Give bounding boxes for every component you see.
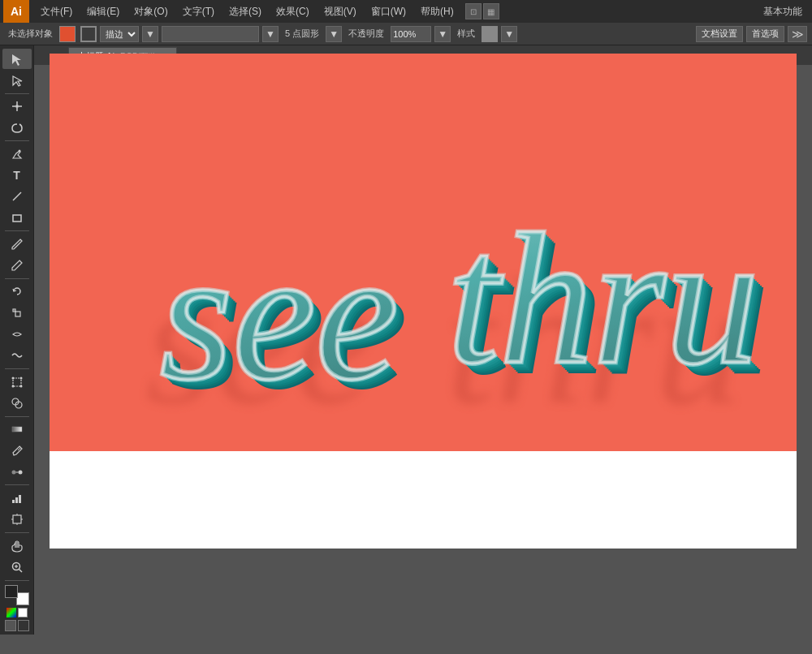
fill-swatch[interactable] [5, 585, 18, 598]
menu-bar: Ai 文件(F) 编辑(E) 对象(O) 文字(T) 选择(S) 效果(C) 视… [0, 0, 812, 23]
color-swatch-area [5, 585, 29, 605]
eyedropper-tool[interactable] [2, 441, 32, 461]
canvas-white-section [50, 451, 797, 549]
svg-point-5 [18, 149, 20, 152]
screen-selector[interactable]: ▦ [483, 3, 499, 19]
zoom-tool[interactable] [2, 557, 32, 577]
fullscreen-btn[interactable] [18, 620, 29, 631]
prefs-btn[interactable]: 首选项 [746, 26, 784, 42]
canvas-background: see thru see see see see see see [50, 54, 797, 451]
no-color-btn[interactable] [18, 608, 28, 617]
svg-line-6 [13, 192, 21, 200]
svg-point-20 [11, 470, 15, 474]
artboard: see thru see see see see see see [50, 54, 797, 549]
style-dropdown[interactable]: ▼ [501, 26, 517, 42]
svg-line-19 [18, 448, 20, 450]
artboard-tool[interactable] [2, 510, 32, 530]
selection-label: 未选择对象 [5, 28, 56, 40]
artwork-svg: see thru see see see see see see [50, 54, 797, 451]
svg-rect-26 [13, 515, 21, 523]
color-mode-btn[interactable] [6, 608, 16, 617]
brush-selector[interactable]: 描边 [100, 26, 139, 42]
text-tool[interactable]: T [2, 165, 32, 185]
control-bar: 未选择对象 描边 ▼ ▼ 5 点圆形 ▼ 不透明度 ▼ 样式 ▼ 文档设置 首选… [0, 23, 812, 45]
brush-type-btn[interactable]: ▼ [326, 26, 342, 42]
brush-type-dropdown[interactable]: ▼ [262, 26, 279, 42]
chart-tool[interactable] [2, 488, 32, 508]
menu-view[interactable]: 视图(V) [317, 3, 363, 20]
standard-screen-btn[interactable] [5, 620, 16, 631]
direct-selection-tool[interactable] [2, 70, 32, 90]
mode-selector[interactable]: ⊡ [465, 3, 482, 19]
brush-input[interactable] [162, 26, 259, 42]
scale-tool[interactable] [2, 303, 32, 323]
menu-select[interactable]: 选择(S) [222, 3, 268, 20]
lasso-tool[interactable] [2, 118, 32, 138]
svg-rect-8 [15, 312, 20, 316]
opacity-input[interactable] [391, 26, 431, 42]
color-mode-buttons [6, 608, 28, 617]
shape-tool[interactable] [2, 208, 32, 228]
svg-rect-11 [13, 378, 21, 386]
opacity-dropdown[interactable]: ▼ [434, 26, 451, 42]
svg-rect-25 [19, 495, 21, 503]
svg-point-14 [11, 385, 14, 387]
brush-options[interactable]: ▼ [142, 26, 158, 42]
menu-edit[interactable]: 编辑(E) [80, 3, 126, 20]
svg-point-21 [18, 470, 22, 474]
view-mode-buttons [5, 620, 29, 631]
left-toolbar: T [0, 45, 34, 635]
opacity-label: 不透明度 [345, 28, 387, 40]
canvas-area[interactable]: 未标题-1* RGB/预览 ✕ [34, 45, 812, 635]
style-box[interactable] [482, 26, 498, 42]
svg-text:see: see [160, 212, 399, 419]
gradient-tool[interactable] [2, 420, 32, 440]
svg-rect-24 [15, 497, 18, 503]
menu-file[interactable]: 文件(F) [34, 3, 79, 20]
svg-point-13 [19, 376, 22, 379]
app-logo: Ai [3, 0, 29, 23]
svg-rect-18 [12, 427, 22, 432]
hand-tool[interactable] [2, 536, 32, 556]
more-btn[interactable]: ≫ [788, 26, 807, 42]
svg-point-12 [11, 376, 14, 379]
menu-window[interactable]: 窗口(W) [365, 3, 412, 20]
menu-type[interactable]: 文字(T) [176, 3, 221, 20]
pen-tool[interactable] [2, 144, 32, 164]
svg-rect-7 [13, 215, 21, 222]
rotate-tool[interactable] [2, 282, 32, 302]
svg-point-4 [15, 105, 19, 108]
svg-line-32 [19, 569, 22, 572]
stroke-color-box[interactable] [80, 26, 97, 42]
workspace-label: 基本功能 [757, 3, 809, 20]
blend-tool[interactable] [2, 462, 32, 482]
paintbrush-tool[interactable] [2, 234, 32, 254]
menu-help[interactable]: 帮助(H) [414, 3, 460, 20]
menu-object[interactable]: 对象(O) [127, 3, 174, 20]
magic-wand-tool[interactable] [2, 97, 32, 117]
svg-text:thru: thru [447, 196, 758, 402]
svg-point-15 [19, 385, 22, 387]
width-tool[interactable] [2, 324, 32, 344]
free-transform-tool[interactable] [2, 372, 32, 392]
doc-settings-btn[interactable]: 文档设置 [696, 26, 743, 42]
fill-color-box[interactable] [59, 26, 76, 42]
menu-effect[interactable]: 效果(C) [270, 3, 316, 20]
pencil-tool[interactable] [2, 256, 32, 276]
warp-tool[interactable] [2, 346, 32, 366]
shape-builder-tool[interactable] [2, 393, 32, 413]
selection-tool[interactable] [2, 49, 32, 69]
line-tool[interactable] [2, 187, 32, 207]
style-label: 样式 [454, 28, 478, 40]
brush-type-label: 5 点圆形 [282, 28, 322, 40]
stroke-swatch[interactable] [16, 592, 29, 605]
svg-rect-23 [12, 500, 15, 503]
